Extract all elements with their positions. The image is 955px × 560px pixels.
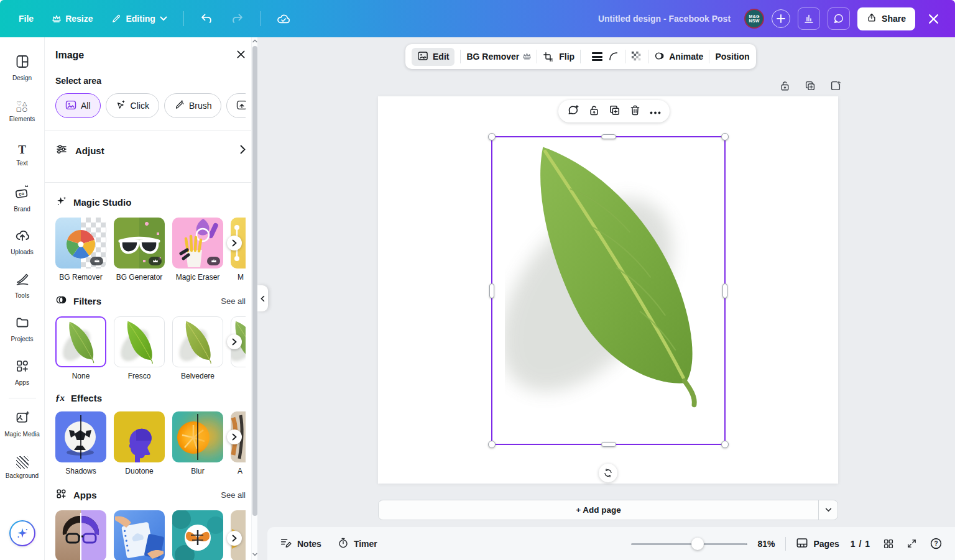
document-title[interactable]: Untitled design - Facebook Post <box>598 14 731 24</box>
filter-item[interactable]: Fresco <box>114 316 165 380</box>
bg-remover-button[interactable]: BG Remover <box>466 52 531 62</box>
app-thumb-face[interactable] <box>55 510 106 560</box>
carousel-next-button[interactable] <box>227 236 242 250</box>
scroll-up-icon[interactable] <box>252 39 258 43</box>
effect-item[interactable]: Blur <box>172 411 223 475</box>
resize-handle-e[interactable] <box>722 283 727 298</box>
carousel-next-button[interactable] <box>227 334 242 349</box>
magic-eraser-thumb[interactable] <box>172 218 223 269</box>
leaf-image[interactable] <box>505 132 722 415</box>
avatar[interactable]: M&GNSW <box>744 9 764 29</box>
add-page-icon[interactable] <box>828 78 843 93</box>
sidebar-item-projects[interactable]: Projects <box>1 307 44 351</box>
sidebar-item-apps[interactable]: Apps <box>1 351 44 394</box>
unlock-page-icon[interactable] <box>777 78 792 93</box>
help-button[interactable]: ? <box>930 537 943 550</box>
zoom-slider-knob[interactable] <box>691 538 704 550</box>
filter-item[interactable]: Belvedere <box>172 316 223 380</box>
scroll-down-icon[interactable] <box>252 553 258 556</box>
duplicate-icon[interactable] <box>609 104 621 118</box>
select-area-brush-button[interactable]: Brush <box>164 93 222 118</box>
resize-handle-s[interactable] <box>601 442 616 447</box>
select-area-all-button[interactable]: All <box>55 93 101 118</box>
adjust-row[interactable]: Adjust <box>55 131 246 170</box>
sidebar-item-brand[interactable]: co Brand <box>1 177 44 220</box>
scrollbar-thumb[interactable] <box>252 46 257 516</box>
magic-studio-item[interactable]: BG Generator <box>114 218 165 282</box>
resize-handle-ne[interactable] <box>721 133 729 140</box>
notes-button[interactable]: Notes <box>275 533 326 554</box>
zoom-percentage[interactable]: 81% <box>757 539 775 549</box>
carousel-next-button[interactable] <box>227 429 242 444</box>
timer-button[interactable]: Timer <box>333 533 382 554</box>
resize-button[interactable]: Resize <box>45 8 100 29</box>
position-button[interactable]: Position <box>715 52 749 62</box>
magic-studio-item[interactable]: Magic Eraser <box>172 218 223 282</box>
app-thumb-butterfly[interactable] <box>172 510 223 560</box>
filter-none-thumb[interactable] <box>55 316 106 367</box>
select-area-click-button[interactable]: Click <box>106 93 159 118</box>
filter-item[interactable]: None <box>55 316 106 380</box>
crop-button[interactable] <box>543 52 553 62</box>
effect-shadows-thumb[interactable] <box>55 411 106 462</box>
zoom-slider[interactable] <box>631 538 746 550</box>
grid-view-button[interactable] <box>883 538 894 549</box>
duplicate-page-icon[interactable] <box>803 78 818 93</box>
unlock-icon[interactable] <box>589 104 599 118</box>
flip-button[interactable]: Flip <box>559 52 574 62</box>
delete-icon[interactable] <box>630 104 640 118</box>
sidebar-item-elements[interactable]: ♡△▢○ Elements <box>1 90 44 133</box>
filter-fresco-thumb[interactable] <box>114 316 165 367</box>
app-item[interactable] <box>55 510 106 560</box>
carousel-next-button[interactable] <box>227 531 242 546</box>
magic-studio-item[interactable]: BG Remover <box>55 218 106 282</box>
cloud-save-status-icon[interactable] <box>269 7 298 30</box>
app-item[interactable] <box>172 510 223 560</box>
panel-scrollbar[interactable] <box>251 37 257 560</box>
edit-button[interactable]: Edit <box>412 48 454 66</box>
add-comment-icon[interactable] <box>567 104 579 118</box>
close-window-button[interactable] <box>923 8 944 29</box>
share-button[interactable]: Share <box>857 7 915 30</box>
panel-close-button[interactable] <box>236 50 246 61</box>
insights-button[interactable] <box>798 7 820 30</box>
resize-handle-nw[interactable] <box>488 133 496 140</box>
rotate-handle[interactable] <box>599 464 617 482</box>
resize-handle-n[interactable] <box>601 134 616 139</box>
animate-button[interactable]: Animate <box>654 50 703 63</box>
undo-button[interactable] <box>193 7 220 30</box>
sidebar-item-uploads[interactable]: Uploads <box>1 220 44 264</box>
app-thumb-notebook[interactable] <box>114 510 165 560</box>
filters-see-all[interactable]: See all <box>221 296 246 306</box>
more-options-icon[interactable] <box>650 107 661 116</box>
pages-button[interactable]: Pages <box>796 538 839 550</box>
sidebar-item-background[interactable]: Background <box>1 446 44 489</box>
panel-collapse-button[interactable] <box>257 285 268 311</box>
bg-remover-thumb[interactable] <box>55 218 106 269</box>
effect-item[interactable]: Shadows <box>55 411 106 475</box>
apps-see-all[interactable]: See all <box>221 490 246 500</box>
effect-item[interactable]: Duotone <box>114 411 165 475</box>
add-member-button[interactable] <box>772 9 790 28</box>
fullscreen-button[interactable] <box>907 538 917 549</box>
add-page-button[interactable]: + Add page <box>379 505 818 515</box>
file-menu[interactable]: File <box>11 8 41 29</box>
transparency-button[interactable] <box>631 51 642 62</box>
resize-handle-w[interactable] <box>489 283 494 298</box>
magic-assistant-button[interactable] <box>9 520 35 546</box>
add-page-dropdown[interactable] <box>818 500 837 520</box>
resize-handle-se[interactable] <box>721 441 729 448</box>
bg-generator-thumb[interactable] <box>114 218 165 269</box>
resize-handle-sw[interactable] <box>488 441 496 448</box>
filter-belvedere-thumb[interactable] <box>172 316 223 367</box>
select-area-restore-button[interactable] <box>226 93 246 118</box>
redo-button[interactable] <box>224 7 251 30</box>
curve-icon[interactable] <box>608 51 619 62</box>
sidebar-item-text[interactable]: T Text <box>1 133 44 177</box>
sidebar-item-design[interactable]: Design <box>1 46 44 90</box>
comments-button[interactable] <box>828 7 850 30</box>
effect-duotone-thumb[interactable] <box>114 411 165 462</box>
sidebar-item-tools[interactable]: Tools <box>1 264 44 307</box>
app-item[interactable] <box>114 510 165 560</box>
sidebar-item-magic-media[interactable]: Magic Media <box>1 402 44 446</box>
